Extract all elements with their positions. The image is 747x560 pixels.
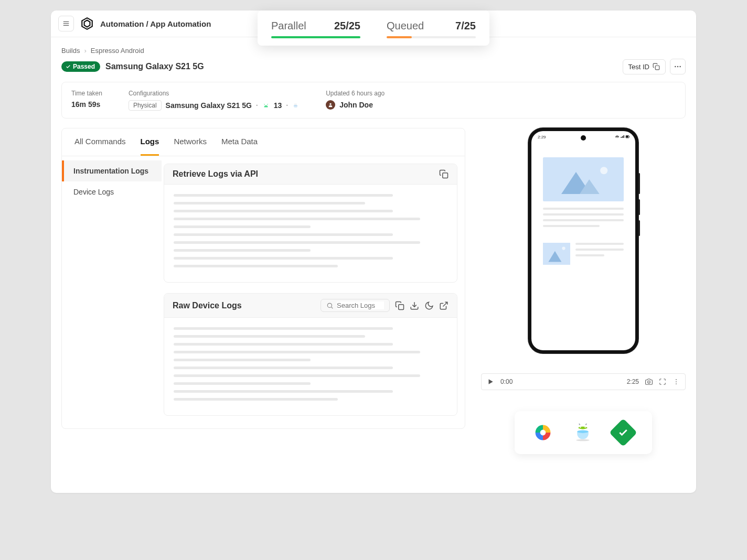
svg-rect-21 (626, 136, 628, 138)
status-badge: Passed (61, 61, 100, 72)
info-box: Time taken 16m 59s Configurations Physic… (61, 82, 686, 119)
svg-rect-22 (629, 136, 629, 137)
svg-point-9 (264, 106, 265, 106)
app-frame: Parallel 25/25 Queued 7/25 Automation / … (51, 10, 696, 493)
more-button[interactable] (670, 59, 686, 74)
time-taken-col: Time taken 16m 59s (71, 90, 102, 111)
search-logs-box[interactable] (321, 299, 390, 312)
panel-raw-logs: Raw Device Logs (164, 293, 457, 416)
video-player[interactable]: 0:00 2:25 (481, 373, 686, 390)
svg-point-10 (266, 106, 267, 106)
tab-all-commands[interactable]: All Commands (74, 128, 126, 156)
svg-line-8 (267, 104, 268, 105)
phone-clock: 2:29 (538, 135, 546, 139)
queued-value: 7/25 (455, 20, 476, 32)
download-icon[interactable] (410, 301, 419, 310)
device-preview-column: 2:29 (481, 128, 686, 454)
svg-rect-13 (443, 173, 448, 178)
svg-point-33 (540, 430, 546, 436)
fullscreen-icon[interactable] (659, 378, 666, 385)
svg-point-27 (562, 246, 565, 250)
time-taken-value: 16m 59s (71, 100, 102, 109)
logs-area: Retrieve Logs via API (162, 156, 465, 428)
chevron-right-icon: › (84, 47, 86, 55)
brand-logo (80, 17, 94, 30)
copy-icon (653, 63, 660, 70)
camera-icon[interactable] (645, 378, 653, 385)
page-content: Builds › Espresso Android Passed Samsung… (51, 37, 696, 464)
logs-sidenav: Instrumentation Logs Device Logs (62, 156, 162, 428)
android-icon (262, 102, 270, 109)
hamburger-icon (62, 20, 70, 27)
page-title: Automation / App Automation (100, 19, 211, 28)
title-row: Passed Samsung Galaxy S21 5G Test ID (61, 59, 686, 74)
svg-line-18 (443, 302, 447, 306)
queued-label: Queued (387, 20, 424, 32)
tab-logs[interactable]: Logs (141, 128, 159, 156)
updated-col: Updated 6 hours ago John Doe (326, 90, 385, 111)
test-id-label: Test ID (628, 63, 649, 71)
parallel-value: 25/25 (334, 20, 360, 32)
phone-image-placeholder (543, 157, 624, 201)
svg-point-4 (675, 66, 676, 67)
player-total: 2:25 (627, 378, 639, 385)
config-device: Samsung Galaxy S21 5G (166, 101, 252, 110)
svg-point-6 (679, 66, 680, 67)
panel-raw-title: Raw Device Logs (173, 301, 242, 310)
success-check-icon (609, 418, 637, 447)
breadcrumb-builds[interactable]: Builds (61, 47, 80, 55)
configurations-label: Configurations (129, 90, 300, 97)
phone-thumb-placeholder (543, 243, 570, 265)
phone-mockup: 2:29 (528, 128, 638, 353)
parallel-stat: Parallel 25/25 (271, 20, 360, 38)
svg-point-34 (580, 427, 581, 428)
sidebar-item-instrumentation[interactable]: Instrumentation Logs (62, 160, 162, 181)
panel-api-logs: Retrieve Logs via API (164, 164, 457, 283)
svg-rect-16 (399, 304, 404, 309)
time-taken-label: Time taken (71, 90, 102, 97)
panel-api-body (164, 185, 457, 282)
svg-point-36 (577, 430, 589, 433)
svg-point-19 (617, 137, 617, 138)
panel-raw-body (164, 318, 457, 415)
svg-point-25 (600, 167, 607, 174)
phone-status-icons (614, 134, 630, 141)
panel-api-title: Retrieve Logs via API (173, 169, 258, 179)
svg-rect-3 (655, 66, 659, 70)
menu-button[interactable] (58, 16, 74, 31)
configurations-col: Configurations Physical Samsung Galaxy S… (129, 90, 300, 111)
android-coffee-icon (573, 423, 592, 442)
breadcrumb: Builds › Espresso Android (61, 47, 686, 55)
svg-point-30 (676, 379, 677, 380)
dots-icon (674, 62, 682, 71)
copy-icon[interactable] (395, 301, 404, 310)
tab-meta-data[interactable]: Meta Data (221, 128, 258, 156)
tab-networks[interactable]: Networks (174, 128, 207, 156)
svg-line-15 (332, 307, 333, 308)
svg-point-37 (576, 439, 589, 441)
external-link-icon[interactable] (439, 301, 449, 310)
os-version: 13 (274, 101, 282, 110)
player-current: 0:00 (500, 378, 513, 385)
swirl-logo-icon (533, 423, 552, 442)
svg-point-11 (294, 105, 297, 106)
svg-point-5 (677, 66, 678, 67)
device-title: Samsung Galaxy S21 5G (105, 62, 204, 71)
user-name: John Doe (339, 101, 373, 109)
svg-marker-26 (548, 251, 561, 262)
svg-point-31 (676, 381, 677, 382)
more-vertical-icon[interactable] (673, 378, 680, 385)
moon-icon[interactable] (424, 301, 434, 310)
play-icon[interactable] (487, 378, 494, 385)
coffee-cup-icon (292, 102, 300, 109)
copy-icon[interactable] (439, 169, 449, 179)
search-logs-input[interactable] (337, 301, 384, 309)
sidebar-item-device-logs[interactable]: Device Logs (62, 181, 162, 202)
queued-bar (387, 36, 476, 38)
svg-point-35 (584, 427, 585, 428)
phone-camera-icon (581, 135, 586, 141)
parallel-label: Parallel (271, 20, 306, 32)
tabs-container: All Commands Logs Networks Meta Data Ins… (61, 128, 465, 429)
breadcrumb-current: Espresso Android (91, 47, 144, 55)
test-id-button[interactable]: Test ID (623, 59, 666, 74)
